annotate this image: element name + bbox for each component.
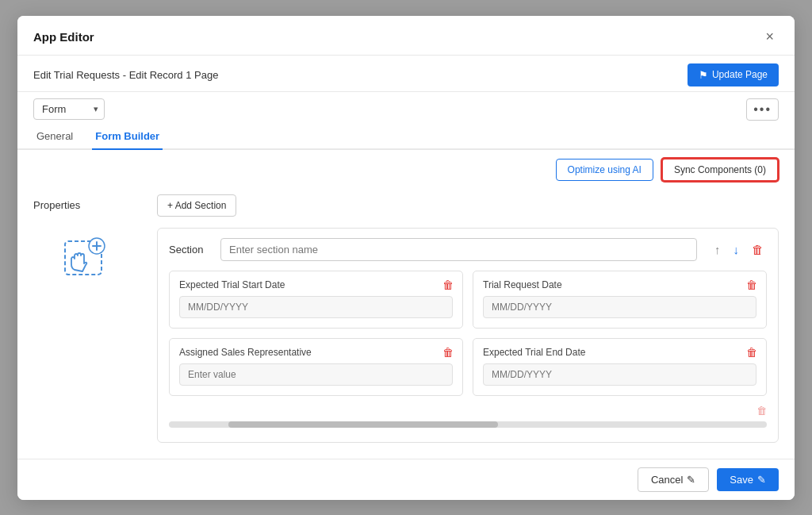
action-bar: Optimize using AI Sync Components (0) — [17, 150, 795, 186]
form-select-wrap: Form Grid List ▾ — [33, 98, 105, 120]
field-input-0[interactable] — [179, 296, 453, 318]
field-label-0: Expected Trial Start Date — [179, 279, 453, 290]
toolbar-row-2: Form Grid List ▾ ••• — [17, 92, 795, 124]
fields-row-1: 🗑 Expected Trial Start Date 🗑 Trial Requ… — [169, 271, 767, 329]
field-input-1[interactable] — [483, 296, 756, 318]
field-card-3: 🗑 Expected Trial End Date — [473, 338, 767, 396]
delete-field-3-button[interactable]: 🗑 — [744, 345, 760, 359]
form-builder-area: + Add Section Section ↑ ↓ — [157, 186, 779, 459]
field-card-1: 🗑 Trial Request Date — [473, 271, 767, 329]
field-input-2[interactable] — [179, 363, 453, 386]
field-input-3[interactable] — [483, 363, 756, 386]
tab-form-builder-label: Form Builder — [95, 130, 159, 142]
properties-label: Properties — [33, 199, 144, 211]
field-label-2: Assigned Sales Representative — [179, 347, 453, 358]
form-type-select[interactable]: Form Grid List — [33, 98, 105, 120]
delete-field-1-button[interactable]: 🗑 — [744, 278, 760, 292]
close-button[interactable]: × — [760, 27, 779, 47]
sync-components-button[interactable]: Sync Components (0) — [661, 158, 779, 182]
horizontal-scrollbar[interactable] — [169, 421, 767, 428]
arrow-up-icon: ↑ — [714, 243, 721, 256]
modal-title: App Editor — [33, 30, 94, 44]
trash-icon: 🗑 — [752, 243, 764, 256]
main-content: Properties — [17, 186, 795, 459]
cancel-label: Cancel — [651, 474, 683, 486]
hand-plus-icon — [57, 224, 121, 287]
section-header: Section ↑ ↓ 🗑 — [169, 238, 767, 261]
update-page-label: Update Page — [712, 69, 768, 80]
section-container: Section ↑ ↓ 🗑 — [157, 228, 779, 443]
save-pencil-icon: ✎ — [757, 474, 766, 486]
toolbar-row-1: Edit Trial Requests - Edit Record 1 Page… — [17, 56, 795, 92]
partial-delete-icon: 🗑 — [756, 405, 767, 417]
optimize-ai-button[interactable]: Optimize using AI — [556, 159, 653, 181]
arrow-down-icon: ↓ — [733, 243, 740, 256]
more-options-button[interactable]: ••• — [746, 98, 779, 121]
field-card-0: 🗑 Expected Trial Start Date — [169, 271, 463, 329]
delete-field-0-button[interactable]: 🗑 — [440, 278, 456, 292]
tab-form-builder[interactable]: Form Builder — [92, 124, 163, 150]
delete-section-button[interactable]: 🗑 — [749, 241, 767, 258]
add-section-button[interactable]: + Add Section — [157, 194, 236, 217]
sidebar: Properties — [33, 186, 144, 459]
modal-header: App Editor × — [17, 16, 795, 56]
field-card-2: 🗑 Assigned Sales Representative — [169, 338, 463, 396]
section-actions: ↑ ↓ 🗑 — [711, 241, 767, 258]
save-button[interactable]: Save ✎ — [717, 468, 779, 491]
field-label-1: Trial Request Date — [483, 279, 756, 290]
cancel-pencil-icon: ✎ — [687, 474, 695, 486]
move-up-button[interactable]: ↑ — [711, 241, 724, 258]
modal-footer: Cancel ✎ Save ✎ — [17, 459, 795, 500]
update-page-button[interactable]: ⚑ Update Page — [688, 63, 779, 86]
modal-backdrop: App Editor × Edit Trial Requests - Edit … — [0, 0, 812, 515]
section-label: Section — [169, 244, 213, 256]
scrollbar-thumb — [228, 421, 497, 428]
section-name-input[interactable] — [220, 238, 697, 261]
flag-icon: ⚑ — [699, 69, 708, 81]
app-editor-modal: App Editor × Edit Trial Requests - Edit … — [17, 16, 795, 500]
breadcrumb: Edit Trial Requests - Edit Record 1 Page — [33, 69, 218, 81]
tab-general[interactable]: General — [33, 124, 76, 150]
move-down-button[interactable]: ↓ — [730, 241, 743, 258]
sidebar-icon-area — [33, 224, 144, 287]
tabs-row: General Form Builder — [17, 124, 795, 150]
save-label: Save — [730, 474, 753, 486]
partial-row-hint: 🗑 — [169, 405, 767, 417]
delete-field-2-button[interactable]: 🗑 — [440, 345, 456, 359]
tab-general-label: General — [36, 130, 73, 142]
cancel-button[interactable]: Cancel ✎ — [638, 467, 709, 492]
fields-row-2: 🗑 Assigned Sales Representative 🗑 Expect… — [169, 338, 767, 396]
field-label-3: Expected Trial End Date — [483, 347, 756, 358]
